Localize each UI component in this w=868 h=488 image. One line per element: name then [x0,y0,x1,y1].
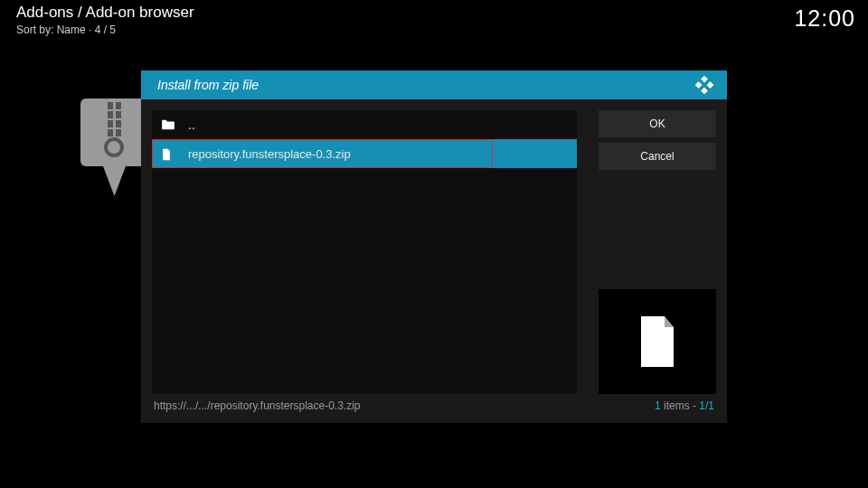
svg-rect-4 [116,111,121,118]
item-count: 1 items - 1/1 [655,399,714,412]
ok-button[interactable]: OK [599,110,716,137]
svg-rect-5 [108,120,113,127]
file-list[interactable]: .. repository.funstersplace-0.3.zip [152,110,577,394]
file-name: repository.funstersplace-0.3.zip [188,147,351,161]
svg-rect-6 [116,120,121,127]
zip-download-icon [80,99,148,202]
file-icon [161,148,175,159]
svg-rect-1 [108,102,113,109]
file-icon [637,314,677,369]
sort-line: Sort by: Name · 4 / 5 [16,23,194,36]
parent-dir-label: .. [188,117,195,132]
svg-rect-14 [701,88,708,95]
svg-rect-13 [707,81,714,89]
install-zip-dialog: Install from zip file .. [141,70,727,423]
path-display: https://.../.../repository.funstersplace… [154,399,361,412]
svg-rect-12 [695,81,703,89]
dialog-title: Install from zip file [157,78,259,92]
svg-rect-8 [116,129,121,136]
clock: 12:00 [794,5,855,32]
parent-dir-row[interactable]: .. [152,110,577,139]
breadcrumb: Add-ons / Add-on browser [16,4,194,22]
svg-rect-2 [116,102,121,109]
file-row-selected[interactable]: repository.funstersplace-0.3.zip [152,139,577,168]
svg-marker-10 [103,166,126,196]
cancel-button[interactable]: Cancel [599,143,716,170]
file-preview [599,289,716,394]
folder-icon [161,119,175,130]
svg-rect-3 [108,111,113,118]
dialog-title-bar: Install from zip file [141,70,727,99]
svg-rect-11 [701,76,708,83]
kodi-logo-icon [694,75,714,95]
svg-rect-7 [108,129,113,136]
